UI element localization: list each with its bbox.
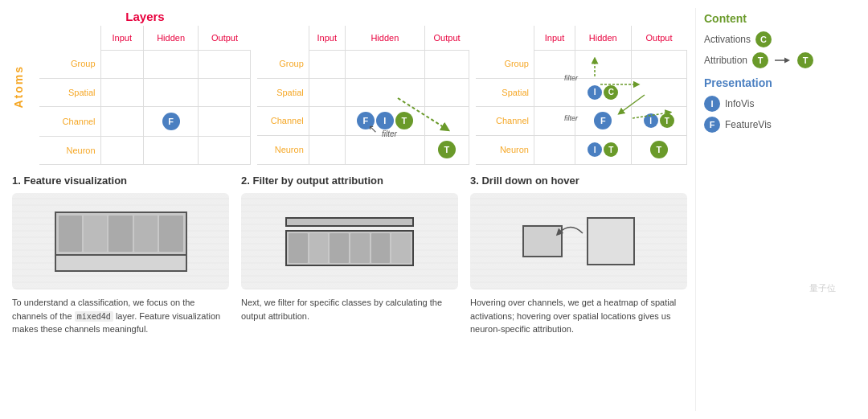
left-section: Atoms Layers Input Hidden (12, 8, 687, 411)
node-i-2: I (376, 112, 394, 129)
step-image-2 (241, 193, 458, 290)
atoms-label-wrapper: Atoms (12, 8, 35, 165)
grid-table-2: Input Hidden Output Group (257, 26, 469, 165)
watermark-area: 量子位 (704, 138, 836, 294)
step-image-1 (12, 193, 229, 290)
watermark: 量子位 (809, 283, 836, 293)
row-header-empty (39, 26, 100, 50)
step-card-3: 3. Drill down on hover (470, 175, 687, 336)
col-hidden-3: Hidden (575, 26, 631, 50)
step3-arrow-svg (555, 217, 587, 249)
step-card-1: 1. Feature visualization (12, 175, 229, 336)
step2-img-main (285, 230, 414, 266)
node-f-2: F (357, 112, 375, 129)
col-hidden-1: Hidden (143, 26, 198, 50)
row-channel-3: Channel (476, 106, 534, 135)
row-group-3: Group (476, 50, 534, 78)
step1-img-bar (55, 256, 187, 272)
col-input-1: Input (100, 26, 143, 50)
col-hidden-2: Hidden (345, 26, 424, 50)
row-group-2: Group (257, 50, 309, 78)
bottom-section: 1. Feature visualization (12, 175, 687, 336)
node-f-3: F (594, 112, 612, 129)
row-channel-2: Channel (257, 106, 309, 135)
node-i-channel-3: I (644, 113, 658, 128)
step-image-3 (470, 193, 687, 290)
step2-bar-top (285, 217, 414, 227)
row-spatial-1: Spatial (39, 78, 100, 106)
step3-box-large (587, 217, 635, 265)
node-t-output-3: T (650, 141, 668, 158)
row-channel-1: Channel (39, 107, 100, 137)
col-output-1: Output (199, 26, 251, 50)
attribution-row: Attribution T T (704, 52, 836, 68)
node-t-neuron-3: T (604, 142, 618, 157)
infovis-row: I InfoVis (704, 96, 836, 112)
col-input-2: Input (309, 26, 345, 50)
attribution-label: Attribution (704, 55, 747, 66)
activations-row: Activations C (704, 31, 836, 47)
node-i-spatial-3: I (588, 85, 602, 100)
step1-code: mixed4d (75, 311, 113, 322)
step-text-3: Hovering over channels, we get a heatmap… (470, 296, 687, 336)
diagrams-area: Atoms Layers Input Hidden (12, 8, 687, 165)
activations-badge: C (755, 31, 772, 47)
col-output-3: Output (631, 26, 687, 50)
step-card-2: 2. Filter by output attribution (241, 175, 458, 336)
grid-2: Layers Input Hidden Output (257, 10, 469, 165)
col-output-2: Output (425, 26, 469, 50)
atoms-label: Atoms (12, 65, 25, 109)
featurevis-row: F FeatureVis (704, 117, 836, 133)
node-t-channel-3: T (660, 113, 674, 128)
row-group-1: Group (39, 50, 100, 78)
step-title-1: 1. Feature visualization (12, 175, 229, 187)
infovis-label: InfoVis (725, 98, 754, 109)
featurevis-badge: F (704, 117, 720, 133)
presentation-title: Presentation (704, 76, 836, 89)
node-t-neuron-2: T (438, 141, 456, 158)
content-title: Content (704, 12, 836, 25)
attribution-badge-to: T (797, 52, 813, 68)
three-grids: Layers Input Hidden Output (39, 10, 687, 165)
step-title-2: 2. Filter by output attribution (241, 175, 458, 187)
step-text-2: Next, we filter for specific classes by … (241, 296, 458, 322)
featurevis-label: FeatureVis (725, 119, 772, 130)
node-i-neuron-3: I (588, 142, 602, 157)
row-neuron-1: Neuron (39, 136, 100, 164)
grid-table-1: Input Hidden Output Group (39, 26, 251, 165)
step-title-3: 3. Drill down on hover (470, 175, 687, 187)
activations-label: Activations (704, 34, 751, 45)
node-c-spatial-3: C (604, 85, 618, 100)
node-t-2: T (395, 112, 413, 129)
col-input-3: Input (534, 26, 575, 50)
attribution-badge-from: T (752, 52, 768, 68)
layers-title: Layers (125, 10, 164, 23)
right-section: Content Activations C Attribution T T Pr… (695, 8, 836, 411)
attribution-arrow (773, 55, 792, 66)
row-spatial-2: Spatial (257, 78, 309, 106)
row-neuron-2: Neuron (257, 135, 309, 164)
row-spatial-3: Spatial (476, 78, 534, 106)
grid-table-3: Input Hidden Output Group (476, 26, 687, 165)
row-neuron-3: Neuron (476, 135, 534, 164)
grid-3: Layers Input Hidden Output (476, 10, 687, 165)
grid-1: Layers Input Hidden Output (39, 10, 251, 165)
step1-img-top (55, 212, 187, 256)
infovis-badge: I (704, 96, 720, 112)
node-f-1: F (162, 113, 180, 130)
step-text-1: To understand a classification, we focus… (12, 296, 229, 336)
